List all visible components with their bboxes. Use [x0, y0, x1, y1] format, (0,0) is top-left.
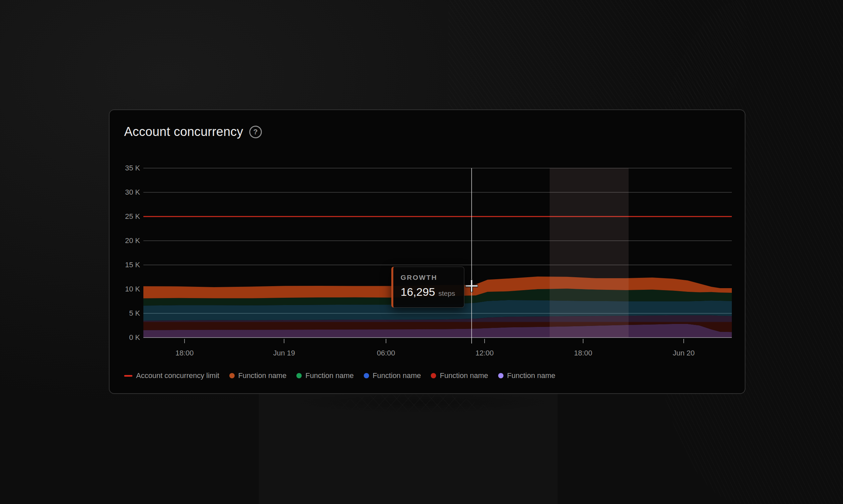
tooltip-value: 16,295: [400, 286, 435, 299]
y-tick-label: 15 K: [109, 260, 140, 269]
x-tick-label: 06:00: [359, 349, 413, 357]
y-tick-label: 0 K: [109, 333, 140, 342]
legend-dot-icon: [431, 373, 436, 378]
legend-item-function[interactable]: Function name: [498, 371, 555, 380]
legend-dot-icon: [498, 373, 503, 378]
y-tick-label: 25 K: [109, 212, 140, 221]
legend-item-function[interactable]: Function name: [229, 371, 287, 380]
legend-label: Function name: [305, 371, 354, 380]
legend-item-function[interactable]: Function name: [296, 371, 354, 380]
x-tick-label: 18:00: [158, 349, 211, 357]
legend-dash-icon: [124, 375, 133, 377]
legend-item-function[interactable]: Function name: [431, 371, 488, 380]
legend-label: Function name: [373, 371, 421, 380]
legend-label: Function name: [507, 371, 555, 380]
plot-area[interactable]: [143, 168, 732, 338]
legend-label: Account concurrency limit: [136, 371, 219, 380]
legend-item-limit[interactable]: Account concurrency limit: [124, 371, 219, 380]
tooltip-series-label: GROWTH: [400, 273, 464, 282]
legend-dot-icon: [364, 373, 369, 378]
y-tick-label: 5 K: [109, 309, 140, 318]
y-tick-label: 20 K: [109, 236, 140, 245]
tooltip-unit: steps: [438, 289, 455, 298]
legend-item-function[interactable]: Function name: [364, 371, 421, 380]
x-tick-label: Jun 20: [657, 349, 710, 357]
legend-dot-icon: [229, 373, 235, 378]
chart-legend: Account concurrency limitFunction nameFu…: [124, 371, 555, 380]
x-tick-label: 12:00: [458, 349, 511, 357]
x-tick-label: 18:00: [556, 349, 610, 357]
concurrency-chart: 0 K5 K10 K15 K20 K25 K30 K35 K 18:00Jun …: [109, 110, 745, 393]
x-tick-label: Jun 19: [258, 349, 311, 357]
background-mesh-pattern: [259, 391, 557, 504]
y-tick-label: 10 K: [109, 285, 140, 293]
legend-dot-icon: [296, 373, 302, 378]
legend-label: Function name: [238, 371, 287, 380]
chart-tooltip: GROWTH 16,295 steps: [391, 267, 464, 308]
legend-label: Function name: [440, 371, 488, 380]
account-concurrency-card: Account concurrency ? 0 K5 K10 K15 K20 K…: [109, 109, 745, 394]
y-tick-label: 35 K: [109, 164, 140, 173]
y-tick-label: 30 K: [109, 188, 140, 197]
